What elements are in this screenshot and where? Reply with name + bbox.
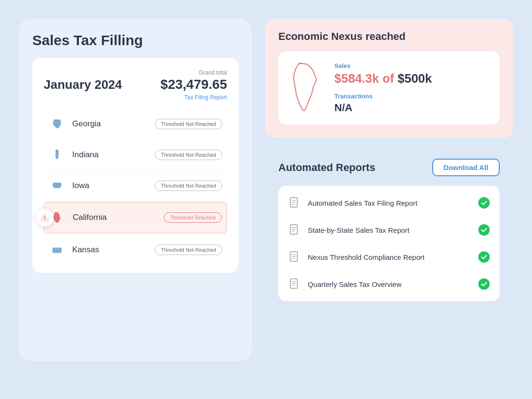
nexus-data: Sales $584.3k of $500k Transactions N/A (334, 62, 488, 114)
report-file-icon-2 (288, 223, 301, 237)
right-panel: Economic Nexus reached Sales $584.3k of … (265, 19, 513, 314)
georgia-icon (48, 115, 66, 133)
kansas-name: Kansas (72, 245, 155, 255)
nexus-sales-value: $584.3k of $500k (334, 71, 488, 86)
tax-amount: $23,479.65 (161, 77, 227, 92)
report-row-4[interactable]: Quarterly Sales Tax Overview (278, 271, 500, 297)
tax-date-row: January 2024 $23,479.65 (44, 77, 227, 92)
tax-card-header: Grand total (44, 69, 227, 76)
report-row-3[interactable]: Nexus Threshold Compliance Report (278, 244, 500, 271)
check-icon-2 (478, 224, 490, 236)
state-row-georgia[interactable]: Georgia Threshold Not Reached (44, 108, 227, 139)
reports-title: Automated Reports (278, 162, 375, 174)
iowa-badge: Threshold Not Reached (155, 180, 222, 191)
kansas-badge: Threshold Not Reached (155, 245, 222, 255)
report-name-1: Automated Sales Tax Filing Report (308, 199, 471, 207)
indiana-name: Indiana (72, 150, 155, 160)
nexus-inner: Sales $584.3k of $500k Transactions N/A (278, 51, 500, 124)
svg-point-6 (478, 197, 490, 209)
state-row-indiana[interactable]: Indiana Threshold Not Reached (44, 139, 227, 170)
reports-card: Automated Reports Download All Automated… (265, 147, 513, 314)
left-panel-title: Sales Tax Filling (32, 32, 238, 48)
report-row-2[interactable]: State-by-State Sales Tax Report (278, 217, 500, 244)
report-file-icon-3 (288, 250, 301, 264)
svg-text:!: ! (44, 216, 45, 221)
report-name-3: Nexus Threshold Compliance Report (308, 253, 471, 261)
tax-card: Grand total January 2024 $23,479.65 Tax … (32, 58, 238, 273)
indiana-icon (48, 146, 66, 163)
california-map-icon (290, 61, 323, 115)
california-name: California (73, 213, 164, 222)
report-name-4: Quarterly Sales Tax Overview (308, 280, 471, 288)
georgia-name: Georgia (72, 119, 155, 129)
report-file-icon-1 (288, 196, 301, 209)
iowa-icon (48, 177, 66, 194)
nexus-card: Economic Nexus reached Sales $584.3k of … (265, 19, 513, 138)
svg-rect-1 (52, 247, 61, 253)
tax-filing-link[interactable]: Tax Filing Report (44, 94, 227, 101)
alert-bubble: ! (36, 209, 54, 227)
georgia-badge: Threshold Not Reached (155, 119, 222, 129)
reports-header: Automated Reports Download All (278, 159, 500, 176)
nexus-transactions-value: N/A (334, 102, 488, 114)
svg-point-21 (478, 278, 490, 290)
state-list: Georgia Threshold Not Reached Indiana Th… (44, 108, 227, 265)
check-icon-1 (478, 197, 490, 209)
state-row-california[interactable]: ! California Threshold Reached (44, 202, 227, 233)
grand-total-label: Grand total (199, 69, 227, 76)
indiana-badge: Threshold Not Reached (155, 150, 222, 160)
nexus-sales-label: Sales (334, 62, 488, 69)
state-row-kansas[interactable]: Kansas Threshold Not Reached (44, 234, 227, 265)
svg-point-16 (478, 251, 490, 263)
main-container: Sales Tax Filling Grand total January 20… (0, 0, 532, 399)
iowa-name: Iowa (72, 181, 155, 190)
nexus-transactions-label: Transactions (334, 93, 488, 100)
california-badge: Threshold Reached (164, 212, 222, 223)
reports-inner: Automated Sales Tax Filing Report State-… (278, 186, 500, 301)
download-all-button[interactable]: Download All (432, 159, 500, 176)
state-row-iowa[interactable]: Iowa Threshold Not Reached (44, 170, 227, 201)
report-name-2: State-by-State Sales Tax Report (308, 226, 471, 234)
tax-date: January 2024 (44, 77, 122, 92)
report-row-1[interactable]: Automated Sales Tax Filing Report (278, 190, 500, 217)
left-panel: Sales Tax Filling Grand total January 20… (19, 19, 252, 361)
report-file-icon-4 (288, 277, 301, 291)
check-icon-3 (478, 251, 490, 263)
nexus-title: Economic Nexus reached (278, 30, 500, 43)
check-icon-4 (478, 278, 490, 290)
svg-point-11 (478, 224, 490, 236)
kansas-icon (48, 241, 66, 258)
